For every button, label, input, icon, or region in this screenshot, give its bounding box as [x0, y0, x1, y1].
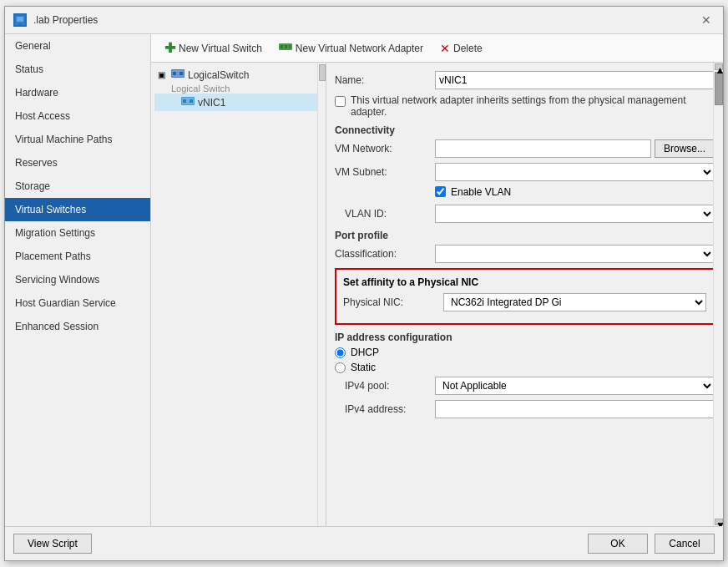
affinity-box: Set affinity to a Physical NIC Physical … — [335, 268, 715, 325]
ipv4-address-label: IPv4 address: — [335, 403, 435, 415]
tree-item-vnic1[interactable]: vNIC1 — [154, 94, 322, 111]
sidebar-item-storage[interactable]: Storage — [5, 175, 150, 198]
window-body: General Status Hardware Host Access Virt… — [5, 34, 723, 526]
ok-button[interactable]: OK — [588, 534, 648, 554]
svg-rect-2 — [15, 23, 19, 25]
physical-nic-row: Physical NIC: NC362i Integrated DP Gi — [343, 293, 706, 311]
sidebar-item-host-access[interactable]: Host Access — [5, 104, 150, 128]
svg-rect-1 — [17, 17, 23, 22]
new-switch-icon: ✚ — [164, 40, 175, 56]
svg-rect-15 — [190, 99, 193, 103]
ipv4-pool-select[interactable]: Not Applicable — [435, 377, 715, 395]
logical-switch-sublabel: Logical Switch — [171, 84, 322, 94]
view-script-button[interactable]: View Script — [13, 534, 92, 554]
scroll-up-arrow[interactable]: ▲ — [715, 63, 723, 70]
ip-address-header: IP address configuration — [335, 332, 715, 343]
tree-scrollbar-thumb[interactable] — [319, 64, 326, 81]
vm-subnet-row: VM Subnet: — [335, 163, 715, 181]
scrollbar-thumb[interactable] — [715, 72, 723, 105]
sidebar: General Status Hardware Host Access Virt… — [5, 34, 151, 526]
main-window: .lab Properties ✕ General Status Hardwar… — [4, 6, 724, 561]
detail-scrollbar[interactable]: ▲ ▼ — [713, 63, 723, 526]
svg-rect-5 — [281, 45, 283, 48]
svg-rect-14 — [183, 99, 186, 103]
vm-network-label: VM Network: — [335, 143, 435, 154]
sidebar-item-host-guardian-service[interactable]: Host Guardian Service — [5, 291, 150, 315]
sidebar-item-status[interactable]: Status — [5, 58, 150, 81]
ipv4-address-input[interactable] — [435, 400, 715, 418]
detail-panel: Name: This virtual network adapter inher… — [326, 63, 723, 526]
window-title: .lab Properties — [33, 14, 98, 26]
inherit-checkbox-row: This virtual network adapter inherits se… — [335, 94, 715, 118]
connectivity-header: Connectivity — [335, 124, 715, 136]
ipv4-pool-label: IPv4 pool: — [335, 380, 435, 392]
classification-select[interactable] — [435, 245, 715, 263]
window-icon — [13, 13, 27, 27]
new-virtual-network-adapter-label: New Virtual Network Adapter — [296, 43, 423, 54]
close-button[interactable]: ✕ — [698, 12, 715, 28]
footer-left: View Script — [13, 534, 92, 554]
enable-vlan-checkbox[interactable] — [435, 186, 446, 197]
network-adapter-icon — [279, 42, 292, 54]
vm-subnet-label: VM Subnet: — [335, 166, 435, 178]
classification-row: Classification: — [335, 245, 715, 263]
sidebar-item-reserves[interactable]: Reserves — [5, 151, 150, 175]
inherit-checkbox[interactable] — [335, 96, 346, 107]
dhcp-row: DHCP — [335, 347, 715, 358]
delete-button[interactable]: ✕ Delete — [433, 39, 489, 58]
svg-rect-11 — [179, 72, 183, 75]
name-label: Name: — [335, 74, 435, 86]
static-row: Static — [335, 362, 715, 373]
dhcp-radio[interactable] — [335, 347, 346, 358]
vlan-id-select[interactable] — [435, 205, 715, 223]
sidebar-item-virtual-switches[interactable]: Virtual Switches — [5, 198, 150, 221]
vm-subnet-select[interactable] — [435, 163, 715, 181]
sidebar-item-hardware[interactable]: Hardware — [5, 81, 150, 104]
ipv4-pool-row: IPv4 pool: Not Applicable — [335, 377, 715, 395]
logical-switch-label: LogicalSwitch — [188, 69, 249, 81]
new-virtual-switch-button[interactable]: ✚ New Virtual Switch — [158, 38, 269, 58]
vnic-icon — [181, 96, 195, 109]
browse-button[interactable]: Browse... — [655, 139, 715, 158]
vm-network-row: VM Network: Browse... — [335, 139, 715, 158]
scroll-down-arrow[interactable]: ▼ — [715, 519, 723, 525]
content-area: ▣ LogicalSwitch Logical Switch — [151, 63, 723, 526]
port-profile-header: Port profile — [335, 230, 715, 241]
sidebar-item-virtual-machine-paths[interactable]: Virtual Machine Paths — [5, 128, 150, 151]
footer: View Script OK Cancel — [5, 526, 723, 560]
cancel-button[interactable]: Cancel — [655, 534, 715, 554]
static-radio[interactable] — [335, 362, 346, 373]
sidebar-item-enhanced-session[interactable]: Enhanced Session — [5, 315, 150, 338]
footer-right: OK Cancel — [588, 534, 715, 554]
svg-rect-3 — [21, 23, 25, 25]
new-virtual-network-adapter-button[interactable]: New Virtual Network Adapter — [272, 39, 430, 57]
inherit-label: This virtual network adapter inherits se… — [351, 94, 715, 118]
svg-rect-7 — [289, 45, 291, 48]
switch-icon — [171, 68, 185, 81]
tree-panel: ▣ LogicalSwitch Logical Switch — [151, 63, 326, 526]
name-input[interactable] — [435, 71, 715, 89]
enable-vlan-row: Enable VLAN — [435, 186, 715, 198]
sidebar-item-migration-settings[interactable]: Migration Settings — [5, 221, 150, 245]
tree-scrollbar[interactable] — [317, 63, 326, 526]
title-bar: .lab Properties ✕ — [5, 7, 723, 34]
svg-rect-6 — [285, 45, 287, 48]
dhcp-label: DHCP — [351, 347, 379, 358]
title-bar-left: .lab Properties — [13, 13, 98, 27]
vm-network-input[interactable] — [435, 139, 651, 158]
sidebar-item-servicing-windows[interactable]: Servicing Windows — [5, 268, 150, 291]
vlan-id-row: VLAN ID: — [335, 205, 715, 223]
delete-icon: ✕ — [440, 42, 450, 55]
toolbar: ✚ New Virtual Switch New Virtual Network… — [151, 34, 723, 63]
vnic1-label: vNIC1 — [198, 97, 225, 109]
sidebar-item-placement-paths[interactable]: Placement Paths — [5, 245, 150, 268]
vlan-id-label: VLAN ID: — [335, 208, 435, 220]
new-virtual-switch-label: New Virtual Switch — [179, 43, 262, 54]
static-label: Static — [351, 362, 376, 373]
sidebar-item-general[interactable]: General — [5, 34, 150, 58]
classification-label: Classification: — [335, 248, 435, 260]
expand-icon: ▣ — [158, 70, 168, 79]
physical-nic-select[interactable]: NC362i Integrated DP Gi — [443, 293, 706, 311]
tree-item-logical-switch[interactable]: ▣ LogicalSwitch — [154, 66, 322, 84]
main-content: ✚ New Virtual Switch New Virtual Network… — [151, 34, 723, 526]
